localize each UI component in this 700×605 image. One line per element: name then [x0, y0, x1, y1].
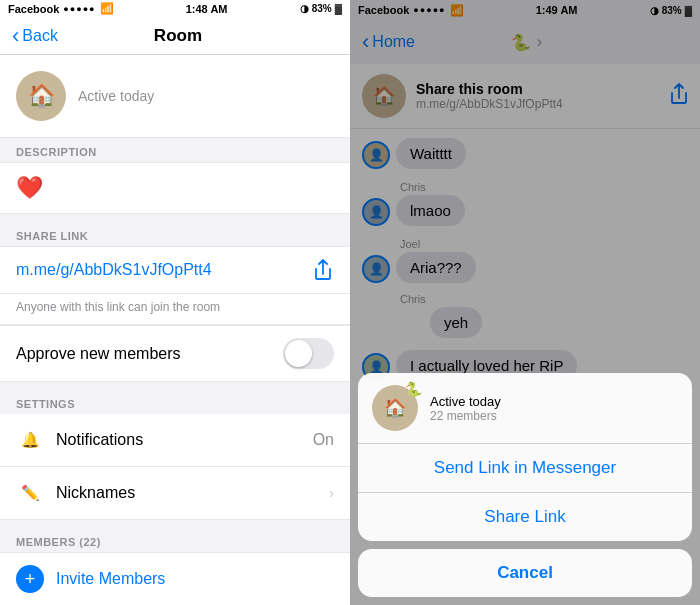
share-link-url: m.me/g/AbbDkS1vJfOpPtt4: [16, 261, 212, 279]
notifications-icon: 🔔: [16, 426, 44, 454]
settings-label: SETTINGS: [0, 390, 350, 414]
action-avatar-icon: 🏠: [384, 397, 406, 419]
nicknames-label: Nicknames: [56, 484, 317, 502]
left-panel: Facebook ●●●●● 📶 1:48 AM ◑ 83% ▓ ‹ Back …: [0, 0, 350, 605]
back-chevron-left: ‹: [12, 23, 19, 49]
action-header-text: Active today 22 members: [430, 394, 501, 423]
action-members: 22 members: [430, 409, 501, 423]
approve-label: Approve new members: [16, 345, 181, 363]
settings-list: 🔔 Notifications On ✏️ Nicknames ›: [0, 414, 350, 520]
invite-icon: +: [16, 565, 44, 593]
cancel-button[interactable]: Cancel: [358, 549, 692, 597]
notifications-value: On: [313, 431, 334, 449]
battery-icon-left: ▓: [335, 3, 342, 14]
action-snake-icon: 🐍: [405, 381, 422, 397]
status-carrier-left: Facebook ●●●●● 📶: [8, 2, 114, 15]
carrier-left: Facebook: [8, 3, 59, 15]
signal-left: ●●●●●: [63, 4, 95, 14]
avatar: 🏠: [16, 71, 66, 121]
action-sheet-header: 🏠 🐍 Active today 22 members: [358, 373, 692, 444]
send-link-button[interactable]: Send Link in Messenger: [358, 444, 692, 492]
overlay: 🏠 🐍 Active today 22 members Send Link in…: [350, 0, 700, 605]
room-status: Active today: [78, 88, 154, 104]
toggle-knob: [285, 340, 312, 367]
invite-row[interactable]: + Invite Members: [0, 552, 350, 605]
back-button-left[interactable]: ‹ Back: [12, 23, 58, 49]
avatar-icon: 🏠: [28, 83, 55, 109]
notifications-row[interactable]: 🔔 Notifications On: [0, 414, 350, 467]
action-status: Active today: [430, 394, 501, 409]
nicknames-row[interactable]: ✏️ Nicknames ›: [0, 467, 350, 520]
share-icon[interactable]: [312, 259, 334, 281]
cancel-card: Cancel: [358, 549, 692, 597]
time-left: 1:48 AM: [186, 3, 228, 15]
location-icon-left: ◑: [300, 3, 309, 14]
room-header: 🏠 Active today: [0, 55, 350, 138]
action-sheet: 🏠 🐍 Active today 22 members Send Link in…: [350, 373, 700, 597]
action-avatar: 🏠 🐍: [372, 385, 418, 431]
battery-left: 83%: [312, 3, 332, 14]
nav-title-left: Room: [154, 26, 202, 46]
room-info: Active today: [78, 88, 154, 104]
nav-bar-left: ‹ Back Room: [0, 17, 350, 55]
invite-label: Invite Members: [56, 570, 165, 588]
wifi-left: 📶: [100, 2, 114, 15]
share-link-section: m.me/g/AbbDkS1vJfOpPtt4 Anyone with this…: [0, 246, 350, 325]
share-link-row[interactable]: m.me/g/AbbDkS1vJfOpPtt4: [0, 247, 350, 294]
notifications-label: Notifications: [56, 431, 301, 449]
right-panel: Facebook ●●●●● 📶 1:49 AM ◑ 83% ▓ ‹ Home …: [350, 0, 700, 605]
action-sheet-card: 🏠 🐍 Active today 22 members Send Link in…: [358, 373, 692, 541]
description-label: DESCRIPTION: [0, 138, 350, 162]
share-link-button[interactable]: Share Link: [358, 492, 692, 541]
members-label: MEMBERS (22): [0, 528, 350, 552]
nicknames-chevron: ›: [329, 485, 334, 501]
approve-toggle[interactable]: [283, 338, 334, 369]
description-section: ❤️: [0, 162, 350, 214]
heart-icon: ❤️: [16, 175, 43, 200]
share-hint: Anyone with this link can join the room: [0, 294, 350, 324]
nicknames-icon: ✏️: [16, 479, 44, 507]
approve-row: Approve new members: [0, 325, 350, 382]
back-label-left: Back: [22, 27, 58, 45]
status-bar-left: Facebook ●●●●● 📶 1:48 AM ◑ 83% ▓: [0, 0, 350, 17]
share-link-label: SHARE LINK: [0, 222, 350, 246]
right-status-left: ◑ 83% ▓: [300, 3, 342, 14]
